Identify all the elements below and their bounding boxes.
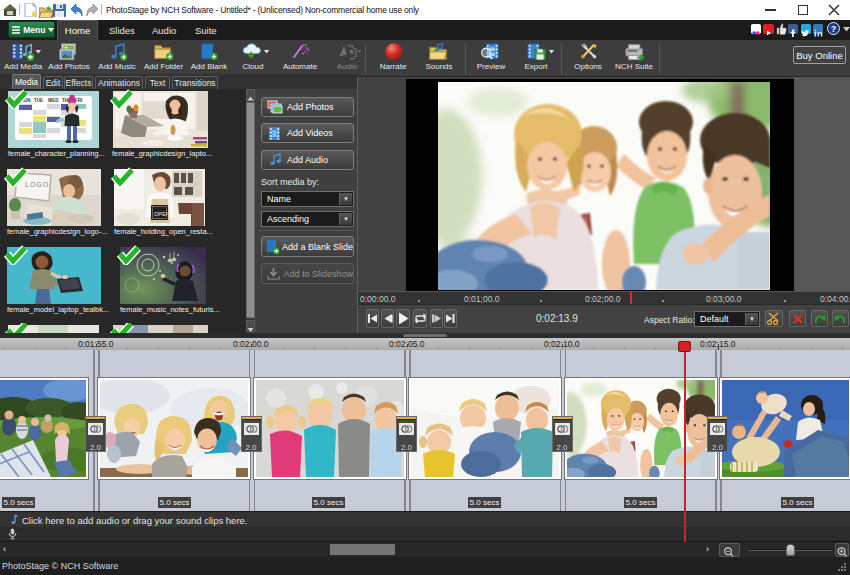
- svg-text:LOGO: LOGO: [25, 181, 49, 188]
- svg-text:OPEN: OPEN: [154, 211, 170, 217]
- svg-text:FRI: FRI: [75, 98, 82, 103]
- svg-text:WED: WED: [48, 98, 59, 103]
- svg-text:TUE: TUE: [34, 98, 43, 103]
